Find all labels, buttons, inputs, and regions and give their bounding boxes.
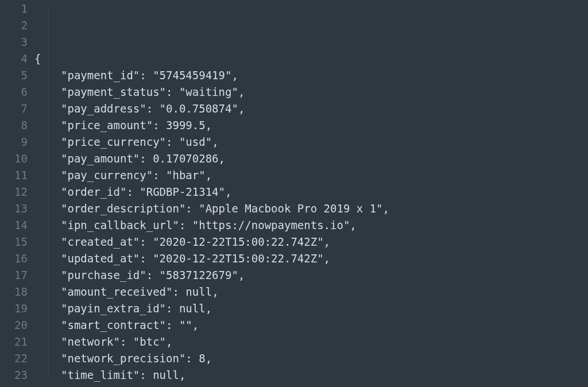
code-line: "purchase_id": "5837122679",: [34, 267, 588, 284]
line-number: 15: [0, 234, 28, 250]
json-comma: ,: [324, 252, 330, 265]
line-number: 12: [0, 184, 28, 200]
line-number: 6: [0, 84, 28, 100]
json-number: 0.17070286: [153, 152, 218, 165]
json-string: "5745459419": [153, 69, 231, 82]
json-number: 3999.5: [166, 119, 206, 131]
json-comma: ,: [225, 185, 231, 198]
json-key: "pay_currency": [61, 169, 153, 181]
json-colon: :: [153, 119, 166, 131]
json-key: "order_id": [61, 185, 126, 198]
json-comma: ,: [383, 202, 389, 215]
json-string: "2020-12-22T15:00:22.742Z": [153, 235, 323, 248]
json-colon: :: [126, 185, 140, 198]
json-colon: :: [166, 86, 179, 98]
json-comma: ,: [206, 169, 212, 181]
line-number: 1: [0, 1, 28, 17]
line-number: 11: [0, 167, 28, 184]
json-key: "payment_status": [61, 86, 166, 98]
line-number: 14: [0, 217, 28, 234]
code-line: "order_description": "Apple Macbook Pro …: [34, 200, 588, 217]
json-comma: ,: [212, 285, 218, 298]
json-comma: ,: [206, 302, 212, 315]
code-line: "network_precision": 8,: [34, 350, 588, 367]
line-number: 18: [0, 284, 28, 300]
json-colon: :: [120, 335, 133, 348]
json-colon: :: [146, 102, 160, 115]
json-comma: ,: [238, 102, 245, 115]
code-line: "updated_at": "2020-12-22T15:00:22.742Z"…: [34, 250, 588, 267]
json-null: null: [153, 369, 179, 381]
line-number: 7: [0, 100, 28, 117]
json-comma: ,: [179, 369, 185, 381]
json-string: "0.0.750874": [160, 102, 238, 115]
code-line: "smart_contract": "",: [34, 317, 588, 334]
json-comma: ,: [166, 335, 172, 348]
line-number: 2: [0, 17, 28, 34]
json-key: "smart_contract": [61, 319, 166, 331]
line-number: 23: [0, 367, 28, 384]
json-string: "Apple Macbook Pro 2019 x 1": [199, 202, 382, 215]
json-number: 8: [199, 352, 205, 365]
json-key: "price_currency": [61, 136, 166, 148]
line-number: 9: [0, 134, 28, 150]
json-colon: :: [172, 285, 185, 298]
json-colon: :: [166, 136, 179, 148]
line-number: 8: [0, 117, 28, 134]
json-comma: ,: [206, 119, 212, 131]
code-line: "price_currency": "usd",: [34, 134, 588, 150]
code-line: "pay_address": "0.0.750874",: [34, 100, 588, 117]
json-comma: ,: [231, 69, 238, 82]
code-line: "payment_id": "5745459419",: [34, 67, 588, 84]
json-key: "amount_received": [61, 285, 172, 298]
json-comma: ,: [206, 352, 212, 365]
json-key: "pay_amount": [61, 152, 140, 165]
json-comma: ,: [212, 136, 218, 148]
json-colon: :: [140, 369, 153, 381]
line-number: 10: [0, 150, 28, 167]
code-line: "ipn_callback_url": "https://nowpayments…: [34, 217, 588, 234]
json-string: "btc": [133, 335, 166, 348]
json-colon: :: [166, 319, 179, 331]
json-key: "pay_address": [61, 102, 146, 115]
json-key: "payin_extra_id": [61, 302, 166, 315]
code-line: "payment_status": "waiting",: [34, 84, 588, 100]
json-key: "purchase_id": [61, 269, 146, 281]
json-colon: :: [166, 302, 179, 315]
code-line: "network": "btc",: [34, 334, 588, 350]
json-key: "network": [61, 335, 120, 348]
json-key: "ipn_callback_url": [61, 219, 179, 231]
json-key: "network_precision": [61, 352, 185, 365]
line-number: 13: [0, 200, 28, 217]
line-number-gutter: 1234567891011121314151617181920212223: [0, 0, 34, 387]
json-null: null: [185, 285, 212, 298]
line-number: 21: [0, 334, 28, 350]
json-string: "5837122679": [160, 269, 238, 281]
line-number: 16: [0, 250, 28, 267]
code-line: "amount_received": null,: [34, 284, 588, 300]
json-colon: :: [140, 252, 153, 265]
json-string: "https://nowpayments.io": [192, 219, 350, 231]
code-line: "burning_percent": null,: [34, 384, 588, 387]
code-line: {: [34, 51, 588, 67]
json-colon: :: [185, 352, 199, 365]
code-line: "pay_currency": "hbar",: [34, 167, 588, 184]
json-colon: :: [140, 152, 153, 165]
code-area: {"payment_id": "5745459419","payment_sta…: [34, 0, 588, 387]
code-line: "payin_extra_id": null,: [34, 300, 588, 317]
line-number: 20: [0, 317, 28, 334]
json-colon: :: [185, 202, 199, 215]
line-number: 22: [0, 350, 28, 367]
json-comma: ,: [324, 235, 330, 248]
json-key: "payment_id": [61, 69, 140, 82]
json-comma: ,: [350, 219, 356, 231]
json-colon: :: [153, 169, 166, 181]
json-key: "updated_at": [61, 252, 140, 265]
json-colon: :: [179, 219, 192, 231]
json-comma: ,: [219, 152, 225, 165]
code-line: "price_amount": 3999.5,: [34, 117, 588, 134]
line-number: 4: [0, 51, 28, 67]
json-key: "order_description": [61, 202, 185, 215]
json-key: "price_amount": [61, 119, 153, 131]
code-line: "pay_amount": 0.17070286,: [34, 150, 588, 167]
